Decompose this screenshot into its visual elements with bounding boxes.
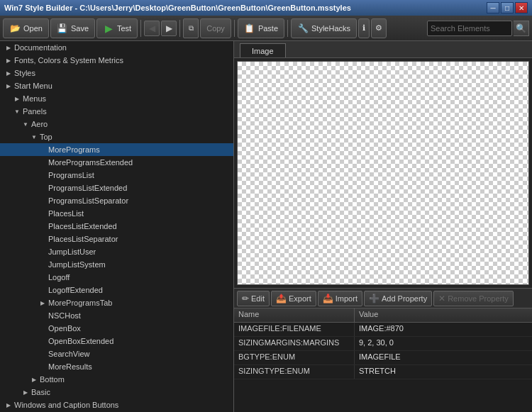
- tree-item-places-list[interactable]: PlacesList: [0, 207, 233, 220]
- tree-arrow-programs-list-sep: [37, 194, 48, 207]
- tree-arrow-more-results: [37, 360, 48, 373]
- tree-item-basic[interactable]: ▶Basic: [0, 386, 233, 399]
- tree-arrow-programs-list-ext: [37, 182, 48, 194]
- tree-label-programs-list-sep: ProgramsListSeparator: [48, 196, 128, 205]
- bottom-panel: ✏ Edit 📤 Export 📥 Import ➕ Add Property …: [234, 288, 532, 412]
- tree-item-styles[interactable]: ▶Styles: [0, 67, 233, 79]
- tree-label-openbox-ext: OpenBoxExtended: [48, 337, 113, 345]
- tree-arrow-programs-list: [37, 169, 48, 182]
- export-button[interactable]: 📤 Export: [271, 291, 316, 306]
- stylehacks-button[interactable]: 🔧 StyleHacks: [291, 18, 357, 38]
- props-row-3[interactable]: SIZINGTYPE:ENUMSTRETCH: [234, 365, 532, 379]
- tree-item-more-programs[interactable]: MorePrograms: [0, 143, 233, 156]
- props-col-value-header: Value: [355, 308, 382, 322]
- copy-button[interactable]: ⧉: [183, 18, 199, 38]
- import-icon: 📥: [323, 294, 333, 304]
- tree-arrow-nschost: [37, 309, 48, 322]
- tree-arrow-more-programs: [37, 143, 48, 156]
- tree-item-panels[interactable]: ▼Panels: [0, 105, 233, 118]
- test-button[interactable]: ▶ Test: [96, 18, 138, 38]
- tree-arrow-logoff: [37, 271, 48, 284]
- tree-arrow-places-list-sep: [37, 233, 48, 245]
- image-area: Image: [234, 41, 532, 288]
- tree-arrow-jumplist-user: [37, 245, 48, 258]
- open-button[interactable]: 📂 Open: [3, 18, 49, 38]
- props-col-name-header: Name: [234, 308, 355, 322]
- tree-item-windows-caption[interactable]: ▶Windows and Caption Buttons: [0, 399, 233, 411]
- maximize-button[interactable]: □: [501, 2, 514, 13]
- tree-item-programs-list[interactable]: ProgramsList: [0, 169, 233, 182]
- search-button[interactable]: 🔍: [514, 21, 529, 36]
- paste-button[interactable]: 📋 Paste: [238, 18, 284, 38]
- tree-item-programs-list-ext[interactable]: ProgramsListExtended: [0, 182, 233, 194]
- save-button[interactable]: 💾 Save: [50, 18, 95, 38]
- tree-label-jumplist-user: JumpListUser: [48, 247, 96, 256]
- props-row-0[interactable]: IMAGEFILE:FILENAMEIMAGE:#870: [234, 323, 532, 337]
- tree-label-nschost: NSCHost: [48, 311, 81, 320]
- tree-arrow-openbox-ext: [37, 335, 48, 347]
- save-icon: 💾: [57, 23, 68, 34]
- tree-arrow-panels: ▼: [11, 105, 23, 118]
- tree-label-more-programs: MorePrograms: [48, 145, 100, 154]
- forward-button[interactable]: ▶: [161, 21, 177, 36]
- tree-arrow-styles: ▶: [3, 67, 14, 79]
- tree-item-start-menu[interactable]: ▶Start Menu: [0, 79, 233, 92]
- remove-property-button[interactable]: ✕ Remove Property: [433, 291, 514, 306]
- tree-label-openbox: OpenBox: [48, 324, 81, 333]
- import-button[interactable]: 📥 Import: [318, 291, 362, 306]
- props-cell-name-1: SIZINGMARGINS:MARGINS: [234, 337, 355, 350]
- tree-item-logoff[interactable]: Logoff: [0, 271, 233, 284]
- title-bar: Win7 Style Builder - C:\Users\Jerry\Desk…: [0, 0, 532, 16]
- tree-label-places-list: PlacesList: [48, 209, 84, 218]
- tree-item-documentation[interactable]: ▶Documentation: [0, 41, 233, 54]
- props-table: Name Value IMAGEFILE:FILENAMEIMAGE:#870S…: [234, 308, 532, 412]
- tree-item-bottom[interactable]: ▶Bottom: [0, 373, 233, 386]
- image-tab[interactable]: Image: [240, 43, 286, 57]
- props-row-2[interactable]: BGTYPE:ENUMIMAGEFILE: [234, 351, 532, 365]
- tree-item-openbox[interactable]: OpenBox: [0, 322, 233, 335]
- tree-label-logoff-ext: LogoffExtended: [48, 286, 103, 294]
- minimize-button[interactable]: ─: [487, 2, 499, 13]
- tree-arrow-searchview: [37, 347, 48, 360]
- tree-item-openbox-ext[interactable]: OpenBoxExtended: [0, 335, 233, 347]
- tree-item-top[interactable]: ▼Top: [0, 130, 233, 143]
- tree-item-more-results[interactable]: MoreResults: [0, 360, 233, 373]
- copy-label-button[interactable]: Copy: [200, 18, 231, 38]
- search-input[interactable]: [427, 21, 512, 36]
- tree-label-top: Top: [40, 133, 52, 141]
- tree-item-programs-list-sep[interactable]: ProgramsListSeparator: [0, 194, 233, 207]
- tree-item-places-list-sep[interactable]: PlacesListSeparator: [0, 233, 233, 245]
- tree-item-searchview[interactable]: SearchView: [0, 347, 233, 360]
- paste-icon: 📋: [244, 23, 255, 34]
- tree-item-logoff-ext[interactable]: LogoffExtended: [0, 284, 233, 296]
- add-property-button[interactable]: ➕ Add Property: [364, 291, 432, 306]
- tree-arrow-menus: ▶: [11, 92, 23, 105]
- tree-arrow-more-programs-ext: [37, 156, 48, 169]
- tree-item-jumplist-user[interactable]: JumpListUser: [0, 245, 233, 258]
- toolbar-separator-4: [287, 20, 288, 37]
- tree-item-more-programs-tab[interactable]: ▶MoreProgramsTab: [0, 296, 233, 309]
- tree-item-more-programs-ext[interactable]: MoreProgramsExtended: [0, 156, 233, 169]
- tree-label-more-programs-ext: MoreProgramsExtended: [48, 158, 133, 167]
- tree-arrow-openbox: [37, 322, 48, 335]
- close-button[interactable]: ✕: [515, 2, 528, 13]
- tree-label-logoff: Logoff: [48, 273, 70, 282]
- tools-button[interactable]: ⚙: [371, 18, 387, 38]
- tree-item-menus[interactable]: ▶Menus: [0, 92, 233, 105]
- image-canvas: [237, 61, 529, 285]
- tree-arrow-windows-caption: ▶: [3, 399, 14, 411]
- toolbar: 📂 Open 💾 Save ▶ Test ◀ ▶ ⧉ Copy 📋 Paste …: [0, 16, 532, 41]
- tree-arrow-start-menu: ▶: [3, 79, 14, 92]
- back-button[interactable]: ◀: [144, 21, 160, 36]
- props-cell-value-0: IMAGE:#870: [355, 323, 408, 336]
- tree-item-jumplist-system[interactable]: JumpListSystem: [0, 258, 233, 271]
- tree-item-aero[interactable]: ▼Aero: [0, 118, 233, 130]
- tree-item-places-list-ext[interactable]: PlacesListExtended: [0, 220, 233, 233]
- toolbar-separator-1: [140, 20, 141, 37]
- props-row-1[interactable]: SIZINGMARGINS:MARGINS9, 2, 30, 0: [234, 337, 532, 351]
- tree-item-nschost[interactable]: NSCHost: [0, 309, 233, 322]
- edit-button[interactable]: ✏ Edit: [237, 291, 270, 306]
- info-button[interactable]: ℹ: [358, 18, 370, 38]
- tree-item-fonts[interactable]: ▶Fonts, Colors & System Metrics: [0, 54, 233, 67]
- tree-label-searchview: SearchView: [48, 350, 90, 358]
